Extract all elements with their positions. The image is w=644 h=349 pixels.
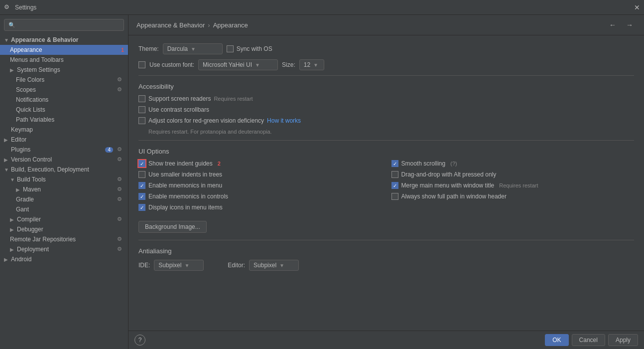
sidebar-item-path-variables[interactable]: Path Variables [0,115,128,125]
sidebar-item-plugins[interactable]: ▶ Plugins 4 ⚙ [0,145,128,155]
sidebar-item-maven[interactable]: ▶ Maven ⚙ [0,184,128,194]
mnemonics-menu-label: Enable mnemonics in menu [148,182,222,189]
smaller-indents-row: Use smaller indents in trees [138,171,382,178]
sidebar-item-quick-lists[interactable]: Quick Lists [0,105,128,115]
cancel-button[interactable]: Cancel [572,334,605,346]
item-badge: 1 [121,47,124,53]
ok-button[interactable]: OK [545,334,568,346]
chevron-down-icon: ▼ [191,46,196,52]
screen-readers-checkbox[interactable] [138,95,145,102]
gear-icon: ⚙ [117,146,124,153]
breadcrumb-current: Appearance [213,21,248,29]
window-title: Settings [15,4,634,11]
merge-menu-row: Merge main menu with window title Requir… [391,182,635,189]
gear-icon: ⚙ [117,216,124,223]
sidebar-item-label: Path Variables [16,116,124,123]
expand-arrow: ▶ [10,247,16,252]
adjust-colors-checkbox[interactable] [138,117,145,124]
sidebar-item-deployment[interactable]: ▶ Deployment ⚙ [0,244,128,254]
sidebar-item-editor[interactable]: ▶ Editor [0,135,128,145]
sidebar-item-label: File Colors [16,76,115,83]
merge-menu-label: Merge main menu with window title [401,182,495,189]
sidebar-item-appearance[interactable]: Appearance 1 [0,45,128,55]
gear-icon: ⚙ [117,86,124,93]
font-value: Microsoft YaHei UI [203,61,252,68]
show-tree-indent-checkbox[interactable] [138,160,145,167]
editor-label: Editor: [228,262,245,269]
sidebar: 🔍 ▼ Appearance & Behavior Appearance 1 M… [0,15,129,349]
mnemonics-controls-label: Enable mnemonics in controls [148,193,228,200]
sidebar-item-menus-toolbars[interactable]: Menus and Toolbars [0,55,128,65]
plugins-badge: 4 [105,147,113,153]
background-image-button[interactable]: Background Image... [138,221,207,233]
mnemonics-menu-checkbox[interactable] [138,182,145,189]
sidebar-item-keymap[interactable]: ▶ Keymap [0,125,128,135]
sidebar-item-label: Appearance & Behavior [11,36,124,43]
breadcrumb-parent: Appearance & Behavior [136,21,205,29]
sidebar-item-scopes[interactable]: Scopes ⚙ [0,85,128,95]
ui-options-left: Show tree indent guides 2 Use smaller in… [138,160,382,215]
sidebar-item-appearance-behavior[interactable]: ▼ Appearance & Behavior [0,35,128,45]
smaller-indents-checkbox[interactable] [138,171,145,178]
bottom-bar: ? OK Cancel Apply [129,331,644,349]
expand-arrow: ▼ [4,37,10,43]
sidebar-item-label: Appearance [10,46,119,53]
smooth-scrolling-help-icon[interactable]: (?) [450,161,457,167]
search-icon: 🔍 [8,22,15,28]
editor-antialiasing-dropdown[interactable]: Subpixel ▼ [249,260,299,271]
theme-value: Darcula [167,45,188,52]
apply-button[interactable]: Apply [608,334,638,346]
full-path-label: Always show full path in window header [401,193,507,200]
sidebar-item-system-settings[interactable]: ▶ System Settings [0,65,128,75]
expand-arrow: ▶ [10,217,16,222]
ui-options-grid: Show tree indent guides 2 Use smaller in… [138,160,634,215]
smaller-indents-label: Use smaller indents in trees [148,171,222,178]
gear-icon: ⚙ [117,246,124,253]
display-icons-checkbox[interactable] [138,204,145,211]
font-dropdown[interactable]: Microsoft YaHei UI ▼ [198,59,278,70]
drag-drop-checkbox[interactable] [391,171,398,178]
search-box[interactable]: 🔍 [4,19,124,31]
how-it-works-link[interactable]: How it works [267,117,301,124]
nav-arrows: ← → [606,20,636,30]
sync-checkbox[interactable] [227,45,234,52]
sync-row: Sync with OS [227,45,272,52]
sidebar-item-file-colors[interactable]: File Colors ⚙ [0,75,128,85]
drag-drop-label: Drag-and-drop with Alt pressed only [401,171,497,178]
theme-dropdown[interactable]: Darcula ▼ [163,43,223,54]
sidebar-item-version-control[interactable]: ▶ Version Control ⚙ [0,155,128,165]
num-badge: 2 [218,161,221,167]
sidebar-item-android[interactable]: ▶ Android [0,254,128,264]
expand-arrow: ▶ [10,227,16,232]
smooth-scrolling-checkbox[interactable] [391,160,398,167]
sidebar-item-label: Plugins [11,146,105,153]
ide-antialiasing-dropdown[interactable]: Subpixel ▼ [154,260,204,271]
custom-font-checkbox[interactable] [138,61,145,68]
screen-readers-label: Support screen readers [148,95,211,102]
chevron-down-icon: ▼ [279,263,284,268]
sidebar-item-gant[interactable]: Gant [0,204,128,214]
chevron-down-icon: ▼ [184,263,189,268]
sidebar-item-compiler[interactable]: ▶ Compiler ⚙ [0,214,128,224]
mnemonics-controls-checkbox[interactable] [138,193,145,200]
sidebar-item-remote-jar-repos[interactable]: Remote Jar Repositories ⚙ [0,234,128,244]
display-icons-label: Display icons in menu items [148,204,223,211]
sidebar-item-build-execution-deployment[interactable]: ▼ Build, Execution, Deployment [0,165,128,174]
help-button[interactable]: ? [134,335,145,346]
close-button[interactable]: ✕ [634,3,640,11]
nav-back-button[interactable]: ← [606,20,619,30]
theme-label: Theme: [138,45,159,52]
gear-icon: ⚙ [117,176,124,183]
contrast-scrollbars-checkbox[interactable] [138,106,145,113]
nav-forward-button[interactable]: → [623,20,636,30]
merge-menu-checkbox[interactable] [391,182,398,189]
display-icons-row: Display icons in menu items [138,204,382,211]
sidebar-item-debugger[interactable]: ▶ Debugger [0,224,128,234]
sidebar-item-label: Android [11,256,124,263]
sidebar-item-build-tools[interactable]: ▼ Build Tools ⚙ [0,174,128,184]
sidebar-item-gradle[interactable]: Gradle ⚙ [0,194,128,204]
sidebar-item-notifications[interactable]: Notifications [0,95,128,105]
search-input[interactable] [17,21,120,28]
full-path-checkbox[interactable] [391,193,398,200]
size-dropdown[interactable]: 12 ▼ [299,59,324,70]
